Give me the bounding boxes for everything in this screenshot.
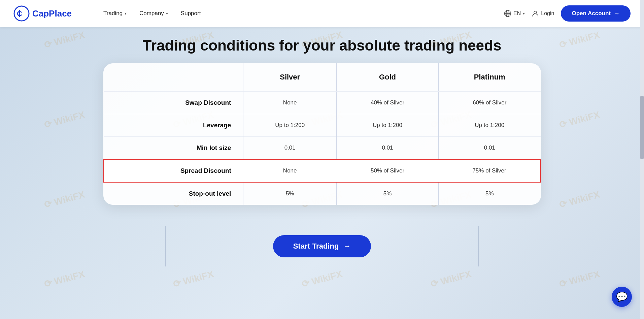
- nav-support[interactable]: Support: [176, 7, 206, 20]
- row-gold-leverage: Up to 1:200: [337, 114, 439, 137]
- logo-icon: C: [13, 5, 30, 22]
- login-button[interactable]: Login: [532, 10, 554, 17]
- table-col-platinum: Platinum: [439, 63, 541, 91]
- chevron-down-icon: ▾: [523, 11, 525, 16]
- navbar-right: EN ▾ Login Open Account →: [504, 5, 631, 22]
- logo-text: CapPlace: [32, 8, 72, 19]
- row-silver-stop-out: 5%: [243, 182, 337, 205]
- row-platinum-min-lot: 0.01: [439, 137, 541, 160]
- comparison-table-card: Silver Gold Platinum Swap Discount None …: [103, 63, 541, 205]
- logo-link[interactable]: C CapPlace: [13, 5, 72, 22]
- chevron-down-icon: ▾: [166, 11, 168, 16]
- table-row-highlighted: Spread Discount None 50% of Silver 75% o…: [104, 159, 541, 182]
- cta-line-right: [478, 226, 479, 266]
- row-gold-spread: 50% of Silver: [337, 159, 439, 182]
- arrow-right-icon: →: [343, 242, 351, 251]
- start-trading-button[interactable]: Start Trading →: [273, 235, 371, 257]
- table-row: Swap Discount None 40% of Silver 60% of …: [104, 91, 541, 114]
- cta-section: Start Trading →: [0, 218, 644, 264]
- row-gold-stop-out: 5%: [337, 182, 439, 205]
- language-selector[interactable]: EN ▾: [504, 10, 525, 17]
- table-row: Min lot size 0.01 0.01 0.01: [104, 137, 541, 160]
- nav-company[interactable]: Company ▾: [135, 7, 173, 20]
- row-label-leverage: Leverage: [104, 114, 243, 137]
- main-nav: Trading ▾ Company ▾ Support: [99, 7, 205, 20]
- cta-lines-container: Start Trading →: [273, 235, 371, 257]
- nav-trading[interactable]: Trading ▾: [99, 7, 131, 20]
- row-label-stop-out: Stop-out level: [104, 182, 243, 205]
- row-platinum-spread: 75% of Silver: [439, 159, 541, 182]
- comparison-table: Silver Gold Platinum Swap Discount None …: [103, 63, 541, 205]
- chat-widget[interactable]: 💬: [612, 287, 632, 307]
- row-platinum-stop-out: 5%: [439, 182, 541, 205]
- chat-icon: 💬: [616, 291, 628, 302]
- table-header-row: Silver Gold Platinum: [104, 63, 541, 91]
- page-title: Trading conditions for your absolute tra…: [13, 27, 631, 63]
- row-gold-min-lot: 0.01: [337, 137, 439, 160]
- row-silver-spread: None: [243, 159, 337, 182]
- row-label-swap-discount: Swap Discount: [104, 91, 243, 114]
- svg-point-8: [534, 11, 537, 14]
- main-content: Trading conditions for your absolute tra…: [0, 27, 644, 218]
- chevron-down-icon: ▾: [125, 11, 127, 16]
- row-platinum-leverage: Up to 1:200: [439, 114, 541, 137]
- user-icon: [532, 10, 539, 17]
- cta-line-left: [165, 226, 166, 266]
- table-col-silver: Silver: [243, 63, 337, 91]
- arrow-right-icon: →: [614, 10, 620, 17]
- navbar: C CapPlace Trading ▾ Company ▾ Support E: [0, 0, 644, 27]
- row-silver-swap: None: [243, 91, 337, 114]
- table-col-features: [104, 63, 243, 91]
- row-silver-leverage: Up to 1:200: [243, 114, 337, 137]
- open-account-button[interactable]: Open Account →: [561, 5, 631, 22]
- table-row: Leverage Up to 1:200 Up to 1:200 Up to 1…: [104, 114, 541, 137]
- scrollbar[interactable]: [640, 0, 644, 319]
- scrollbar-thumb[interactable]: [640, 96, 644, 159]
- row-gold-swap: 40% of Silver: [337, 91, 439, 114]
- table-col-gold: Gold: [337, 63, 439, 91]
- row-platinum-swap: 60% of Silver: [439, 91, 541, 114]
- row-label-spread-discount: Spread Discount: [104, 159, 243, 182]
- row-silver-min-lot: 0.01: [243, 137, 337, 160]
- table-row: Stop-out level 5% 5% 5%: [104, 182, 541, 205]
- row-label-min-lot: Min lot size: [104, 137, 243, 160]
- globe-icon: [504, 10, 511, 17]
